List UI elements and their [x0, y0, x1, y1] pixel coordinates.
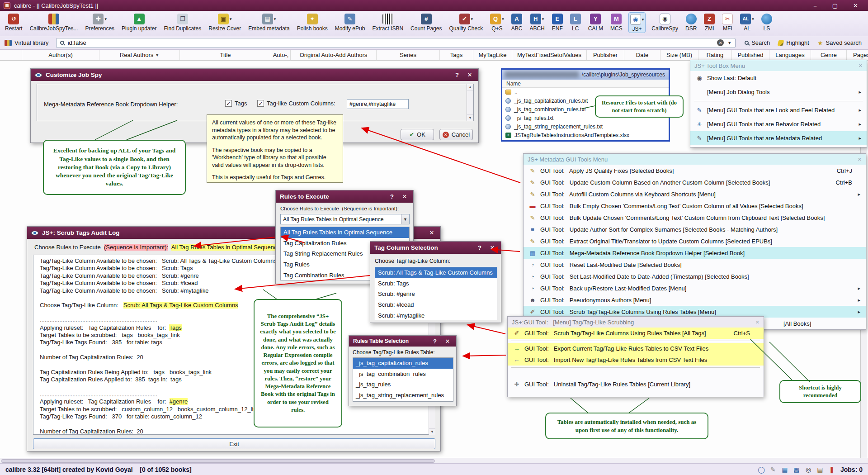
bookmark-icon[interactable]: ❚	[828, 466, 836, 474]
customize-dialog-titlebar[interactable]: Customize Job Spy ? ✕	[31, 69, 478, 81]
close-button[interactable]: ✕	[853, 2, 858, 9]
toolbar-button-abc[interactable]: AABC	[510, 12, 524, 32]
tag-column-titlebar[interactable]: Tag Column Selection ? ✕	[370, 242, 501, 254]
file-row[interactable]: XJSTagRuleTablesInstructionsAndTemplates…	[502, 131, 669, 139]
toolbox-menu-item[interactable]: ✳[Menu] GUI Tools that are Behavior Rela…	[690, 117, 867, 131]
minimize-button[interactable]: –	[814, 2, 817, 9]
scroll-down-icon[interactable]: ▼	[467, 114, 473, 121]
column-header-genre[interactable]: Genre	[811, 50, 847, 60]
book-details-icon[interactable]: ▤	[816, 466, 824, 474]
column-header-published[interactable]: Published	[732, 50, 769, 60]
column-header-mytextfixedsetofvalues[interactable]: MyTextFixedSetofValues	[512, 50, 587, 60]
toolbar-button-mfi[interactable]: ✂MFI	[721, 12, 734, 32]
menu-close-icon[interactable]: ✕	[859, 63, 863, 69]
metadata-menu-item[interactable]: ✎GUI Tool: Apply JS Quality Fixes [Selec…	[524, 165, 866, 176]
scroll-up-icon[interactable]: ▲	[467, 84, 473, 90]
tag-column-list-item[interactable]: Scrub: Tags	[375, 278, 497, 289]
rules-dialog-titlebar[interactable]: Rules to Execute ? ✕	[276, 190, 413, 203]
toolbar-button-abch[interactable]: H▾ABCH	[528, 12, 546, 32]
combo-dropdown-icon[interactable]: ▼	[401, 214, 409, 224]
book-list-horizontal-scrollbar[interactable]	[0, 458, 868, 463]
scrub-menu-item[interactable]: ✚GUI Tool: Uninstall Tag/Tag-Like Rules …	[508, 379, 764, 390]
tag-column-list-item[interactable]: Scrub: All Tags & Tag-Like Custom Column…	[375, 267, 497, 278]
dropdown-caret-icon[interactable]: ▾	[752, 17, 754, 21]
column-header-mytaglike[interactable]: MyTagLike	[473, 50, 512, 60]
customize-panel-scrollbar[interactable]: ▲ ▼	[467, 84, 473, 121]
jobs-indicator[interactable]: Jobs: 0	[840, 466, 863, 473]
dropdown-caret-icon[interactable]: ▾	[471, 17, 473, 21]
dropdown-caret-icon[interactable]: ▾	[274, 17, 276, 21]
virtual-library-button[interactable]: Virtual library	[5, 39, 49, 46]
toolbar-button-embed-metadata[interactable]: ▤▾Embed metadata	[247, 12, 291, 32]
toolbar-button-dsr[interactable]: DSR	[684, 12, 698, 32]
taglike-checkbox[interactable]	[257, 100, 264, 107]
scrub-menu-item[interactable]: →GUI Tool: Export Current Tag/Tag-Like R…	[508, 343, 764, 354]
tags-checkbox[interactable]	[225, 100, 232, 107]
metadata-menu-item[interactable]: ✎GUI Tool: Extract Original Title/Transl…	[524, 235, 866, 247]
taglike-columns-input[interactable]	[347, 99, 409, 109]
dropdown-caret-icon[interactable]: ▾	[642, 17, 644, 22]
maximize-button[interactable]: ▢	[832, 2, 838, 9]
close-dialog-button[interactable]: ✕	[465, 71, 474, 78]
taglike-checkbox-row[interactable]: Tag-like Custom Columns:	[257, 100, 335, 107]
rules-table-titlebar[interactable]: Rules Table Selection ? ✕	[349, 336, 456, 347]
toolbar-button-lc[interactable]: LLC	[569, 12, 582, 32]
column-header-auto-[interactable]: Auto-,	[271, 50, 291, 60]
search-button[interactable]: Search	[743, 39, 772, 46]
close-dialog-button[interactable]: ✕	[427, 229, 436, 236]
toolbar-button-resize-cover[interactable]: ▣▾Resize Cover	[207, 12, 242, 32]
column-header-date[interactable]: Date	[624, 50, 660, 60]
rules-combo-box[interactable]: All Tag Rules Tables in Optimal Sequence…	[280, 214, 410, 224]
highlight-button[interactable]: Highlight	[776, 39, 811, 46]
tag-column-list-item[interactable]: Scrub: #genre	[375, 289, 497, 299]
column-header-languages[interactable]: Languages	[769, 50, 811, 60]
column-dropdown-icon[interactable]: ▼	[155, 53, 159, 57]
toolbar-button-mcs[interactable]: MMCS	[609, 12, 624, 32]
toolbox-menu-item[interactable]: ✎[Menu] GUI Tools that are Look and Feel…	[690, 103, 867, 117]
scrub-menu-item[interactable]: ←GUI Tool: Import New Tag/Tag-Like Rules…	[508, 354, 764, 366]
search-icon[interactable]: ◯	[757, 466, 765, 474]
tag-column-list-item[interactable]: Scrub: #lcead	[375, 299, 497, 310]
column-header-title[interactable]: Title	[180, 50, 271, 60]
help-button[interactable]: ?	[387, 193, 396, 200]
metadata-menu-item[interactable]: ▬GUI Tool: Bulk Empty Chosen 'Comments/L…	[524, 200, 866, 212]
toolbar-button-calm[interactable]: YCALM	[587, 12, 604, 32]
cancel-button[interactable]: ✕ Cancel	[439, 129, 473, 140]
dropdown-caret-icon[interactable]: ▾	[104, 17, 107, 21]
toolbar-button-ls[interactable]: LS	[760, 12, 774, 32]
grid-small-icon[interactable]: ▦	[781, 466, 789, 474]
toolbox-menu-item[interactable]: ✎[Menu] GUI Tools that are Metadata Rela…	[690, 131, 867, 145]
column-header-publisher[interactable]: Publisher	[587, 50, 624, 60]
scrub-menu-item[interactable]: ✐GUI Tool: Scrub Tag/Tag-Like Columns Us…	[508, 328, 764, 339]
column-header-size-mb-[interactable]: Size (MB)	[660, 50, 698, 60]
metadata-menu-item[interactable]: ◔GUI Tool: Set Last-Modified Date to Dat…	[524, 271, 866, 282]
toolbar-button-modify-epub[interactable]: ✎Modify ePub	[334, 12, 367, 32]
rules-table-list-item[interactable]: _js_tag_string_replacement_rules	[353, 390, 453, 401]
toolbar-button-polish-books[interactable]: ✦Polish books	[296, 12, 329, 32]
saved-search-button[interactable]: ★ Saved search	[816, 39, 863, 46]
file-row[interactable]: _js_tag_string_replacement_rules.txt	[502, 122, 669, 131]
column-header-tags[interactable]: Tags	[440, 50, 473, 60]
column-header-rating[interactable]: Rating	[698, 50, 732, 60]
name-column-header[interactable]: Name	[502, 80, 669, 88]
toolbar-button-al[interactable]: AL▾AL	[739, 12, 755, 32]
metadata-menu-item[interactable]: ◔GUI Tool: Reset Last-Modified Date [Sel…	[524, 259, 866, 271]
edit-icon[interactable]: ✎	[769, 466, 777, 474]
clear-search-icon[interactable]: ✕	[717, 39, 724, 46]
toolbar-button-calibrejobspytes-[interactable]: CalibreJobSpyTes...	[28, 12, 80, 32]
toolbar-button-count-pages[interactable]: #Count Pages	[409, 12, 443, 32]
toolbar-button-calibrespy[interactable]: ◉CalibreSpy	[650, 12, 679, 32]
exit-button[interactable]: Exit	[33, 438, 435, 449]
column-header-real-authors[interactable]: Real Authors▼	[99, 50, 180, 60]
column-header-original-auto-add-authors[interactable]: Original Auto-Add Authors	[291, 50, 377, 60]
metadata-menu-item[interactable]: ☻GUI Tool: Pseudonymous Authors [Menu]▸	[524, 294, 866, 306]
rules-table-list-item[interactable]: _js_tag_capitalization_rules	[353, 358, 453, 369]
toolbar-button-find-duplicates[interactable]: ❐Find Duplicates	[163, 12, 203, 32]
rules-table-list-item[interactable]: _js_tag_rules	[353, 379, 453, 390]
toolbar-button-restart[interactable]: ↺Restart	[4, 12, 24, 32]
close-dialog-button[interactable]: ✕	[400, 193, 409, 200]
column-header-author-s-[interactable]: Author(s)	[22, 50, 99, 60]
cover-grid-icon[interactable]: ◎	[804, 466, 812, 474]
toolbar-button-plugin-updater[interactable]: ▲Plugin updater	[120, 12, 158, 32]
menu-close-icon[interactable]: ✕	[858, 157, 862, 162]
